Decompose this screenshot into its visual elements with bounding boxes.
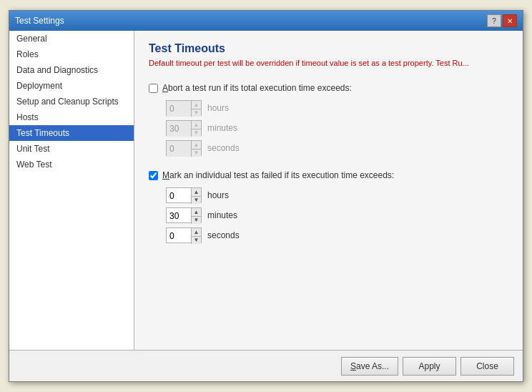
abort-seconds-input[interactable] (167, 141, 194, 157)
mark-minutes-input[interactable] (167, 208, 194, 224)
help-button[interactable]: ? (487, 14, 501, 27)
sidebar-item-deployment[interactable]: Deployment (9, 78, 134, 94)
abort-hours-spinner: ▲ ▼ (166, 100, 202, 116)
apply-button[interactable]: Apply (403, 357, 456, 376)
mark-seconds-row: ▲ ▼ seconds (166, 227, 508, 243)
mark-hours-down-button[interactable]: ▼ (192, 197, 201, 205)
mark-minutes-up-button[interactable]: ▲ (192, 208, 201, 217)
dialog-body: General Roles Data and Diagnostics Deplo… (9, 31, 523, 350)
mark-minutes-down-button[interactable]: ▼ (192, 217, 201, 225)
abort-hours-row: ▲ ▼ hours (166, 100, 508, 116)
mark-minutes-spin-buttons: ▲ ▼ (191, 208, 201, 224)
page-title: Test Timeouts (149, 42, 508, 55)
mark-seconds-label: seconds (207, 230, 240, 240)
mark-minutes-spinner: ▲ ▼ (166, 207, 202, 223)
abort-hours-label: hours (207, 103, 229, 113)
abort-seconds-spin-buttons: ▲ ▼ (191, 141, 201, 157)
mark-failed-checkbox-row: Mark an individual test as failed if its… (149, 170, 508, 180)
abort-minutes-spinner: ▲ ▼ (166, 120, 202, 136)
window-close-button[interactable]: ✕ (503, 14, 517, 27)
dialog-title: Test Settings (15, 16, 64, 26)
mark-minutes-label: minutes (207, 210, 237, 220)
dialog-window: Test Settings ? ✕ General Roles Data and… (9, 10, 523, 382)
sidebar-item-general[interactable]: General (9, 31, 134, 46)
abort-checkbox[interactable] (149, 84, 158, 93)
mark-hours-row: ▲ ▼ hours (166, 187, 508, 203)
content-area: Test Timeouts Default timeout per test w… (134, 31, 523, 350)
abort-seconds-label: seconds (207, 143, 240, 153)
mark-hours-label: hours (207, 190, 229, 200)
abort-minutes-down-button[interactable]: ▼ (192, 129, 201, 137)
mark-minutes-row: ▲ ▼ minutes (166, 207, 508, 223)
abort-seconds-spinner: ▲ ▼ (166, 140, 202, 156)
section-mark-failed: Mark an individual test as failed if its… (149, 170, 508, 243)
sidebar-item-data-diagnostics[interactable]: Data and Diagnostics (9, 62, 134, 78)
close-button[interactable]: Close (460, 357, 514, 376)
mark-seconds-down-button[interactable]: ▼ (192, 237, 201, 245)
abort-minutes-input[interactable] (167, 121, 194, 137)
content-subtitle: Default timeout per test will be overrid… (149, 58, 508, 69)
abort-checkbox-row: Abort a test run if its total execution … (149, 83, 508, 93)
abort-hours-up-button[interactable]: ▲ (192, 101, 201, 109)
sidebar-item-unit-test[interactable]: Unit Test (9, 141, 134, 157)
abort-seconds-up-button[interactable]: ▲ (192, 141, 201, 150)
abort-hours-spin-buttons: ▲ ▼ (191, 101, 201, 117)
mark-hours-up-button[interactable]: ▲ (192, 188, 201, 197)
abort-minutes-up-button[interactable]: ▲ (192, 121, 201, 129)
mark-seconds-up-button[interactable]: ▲ (192, 228, 201, 237)
title-bar-buttons: ? ✕ (487, 14, 517, 27)
abort-fields: ▲ ▼ hours ▲ ▼ (166, 100, 508, 156)
sidebar-item-hosts[interactable]: Hosts (9, 109, 134, 125)
mark-seconds-input[interactable] (167, 228, 194, 244)
mark-failed-checkbox-label[interactable]: Mark an individual test as failed if its… (162, 170, 394, 180)
mark-hours-input[interactable] (167, 188, 194, 204)
mark-seconds-spin-buttons: ▲ ▼ (191, 228, 201, 244)
sidebar: General Roles Data and Diagnostics Deplo… (9, 31, 134, 350)
sidebar-item-setup-cleanup[interactable]: Setup and Cleanup Scripts (9, 94, 134, 109)
abort-minutes-label: minutes (207, 123, 237, 133)
section-abort: Abort a test run if its total execution … (149, 83, 508, 156)
dialog-footer: Save As... Apply Close (9, 350, 523, 381)
sidebar-item-roles[interactable]: Roles (9, 46, 134, 62)
mark-hours-spin-buttons: ▲ ▼ (191, 188, 201, 204)
title-bar: Test Settings ? ✕ (9, 11, 523, 31)
abort-seconds-row: ▲ ▼ seconds (166, 140, 508, 156)
sidebar-item-test-timeouts[interactable]: Test Timeouts (9, 125, 134, 141)
abort-minutes-row: ▲ ▼ minutes (166, 120, 508, 136)
mark-seconds-spinner: ▲ ▼ (166, 227, 202, 243)
save-as-button[interactable]: Save As... (341, 357, 398, 376)
mark-hours-spinner: ▲ ▼ (166, 187, 202, 203)
abort-hours-input[interactable] (167, 101, 194, 117)
mark-failed-fields: ▲ ▼ hours ▲ ▼ (166, 187, 508, 243)
mark-failed-checkbox[interactable] (149, 171, 158, 180)
abort-seconds-down-button[interactable]: ▼ (192, 150, 201, 157)
abort-minutes-spin-buttons: ▲ ▼ (191, 121, 201, 137)
abort-hours-down-button[interactable]: ▼ (192, 109, 201, 117)
abort-checkbox-label[interactable]: Abort a test run if its total execution … (162, 83, 352, 93)
sidebar-item-web-test[interactable]: Web Test (9, 157, 134, 172)
